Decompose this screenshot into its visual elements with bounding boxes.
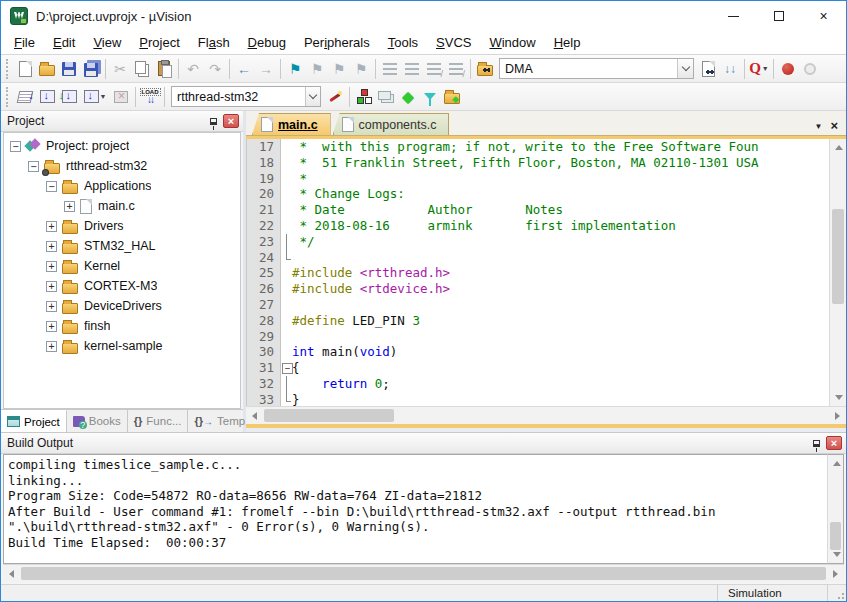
tab-components-c[interactable]: components.c (333, 113, 450, 135)
find-in-files-folder-button[interactable] (474, 58, 496, 80)
build-button[interactable] (36, 86, 58, 108)
scroll-down-arrow-icon[interactable] (828, 546, 845, 563)
close-button[interactable]: × (801, 1, 846, 31)
pin-button[interactable] (205, 114, 221, 129)
tree-item-cortex-m3[interactable]: + CORTEX-M3 (4, 276, 240, 296)
scroll-right-arrow-icon[interactable] (829, 407, 846, 424)
scroll-up-arrow-icon[interactable] (828, 455, 845, 472)
navigate-back-button[interactable]: ← (233, 58, 255, 80)
cut-button[interactable]: ✂ (109, 58, 131, 80)
menu-view[interactable]: View (84, 33, 130, 52)
build-output-log[interactable]: compiling timeslice_sample.c...linking..… (3, 454, 827, 564)
vscroll-thumb[interactable] (832, 209, 844, 304)
scroll-down-arrow-icon[interactable] (830, 389, 847, 406)
find-input[interactable] (500, 62, 677, 76)
menu-tools[interactable]: Tools (379, 33, 427, 52)
redo-button[interactable]: ↷ (204, 58, 226, 80)
tab-books[interactable]: Books (67, 410, 128, 432)
tree-item-project-root[interactable]: − Project: project (4, 136, 240, 156)
toolbar-grip[interactable] (6, 87, 11, 107)
target-options-button[interactable] (324, 86, 346, 108)
rebuild-button[interactable] (58, 86, 80, 108)
pack-installer-button[interactable] (441, 86, 463, 108)
quick-search-button[interactable]: Q▼ (748, 58, 770, 80)
copy-button[interactable] (131, 58, 153, 80)
minimize-button[interactable] (711, 1, 756, 31)
clear-bookmarks-button[interactable]: ⚑ (350, 58, 372, 80)
tree-item-kernel[interactable]: + Kernel (4, 256, 240, 276)
pin-button[interactable] (808, 436, 824, 451)
save-button[interactable] (58, 58, 80, 80)
tree-item-rtthread-stm32[interactable]: − rtthread-stm32 (4, 156, 240, 176)
target-select-input[interactable] (172, 90, 305, 104)
save-all-button[interactable] (80, 58, 102, 80)
next-bookmark-button[interactable]: ⚑ (328, 58, 350, 80)
indent-button[interactable] (379, 58, 401, 80)
resize-grip[interactable] (828, 585, 846, 601)
collapse-box-icon[interactable]: − (46, 181, 57, 192)
tab-project[interactable]: Project (1, 410, 67, 432)
expand-box-icon[interactable]: + (64, 201, 75, 212)
collapse-box-icon[interactable]: − (10, 141, 21, 152)
menu-window[interactable]: Window (480, 33, 544, 52)
uncomment-button[interactable] (445, 58, 467, 80)
comment-button[interactable] (423, 58, 445, 80)
menu-flash[interactable]: Flash (189, 33, 239, 52)
expand-box-icon[interactable]: + (46, 321, 57, 332)
project-panel-close-button[interactable]: × (223, 114, 239, 128)
project-tree[interactable]: − Project: project − rtthread-stm32 − Ap… (3, 132, 241, 409)
build-output-close-button[interactable]: × (826, 436, 842, 450)
build-vscrollbar[interactable] (827, 454, 844, 564)
insert-bookmark-button[interactable]: ⚑ (284, 58, 306, 80)
menu-svcs[interactable]: SVCS (427, 33, 480, 52)
previous-bookmark-button[interactable]: ⚑ (306, 58, 328, 80)
new-file-button[interactable] (14, 58, 36, 80)
open-file-button[interactable] (36, 58, 58, 80)
find-dropdown-button[interactable] (677, 59, 693, 78)
menu-project[interactable]: Project (130, 33, 188, 52)
expand-box-icon[interactable]: + (46, 241, 57, 252)
menu-help[interactable]: Help (545, 33, 590, 52)
expand-box-icon[interactable]: + (46, 301, 57, 312)
tree-item-main-c[interactable]: + main.c (4, 196, 240, 216)
tree-item-devicedrivers[interactable]: + DeviceDrivers (4, 296, 240, 316)
batch-build-button[interactable]: ▼ (80, 86, 110, 108)
insert-rte-button[interactable]: ◆ (397, 86, 419, 108)
tree-item-drivers[interactable]: + Drivers (4, 216, 240, 236)
editor-hscrollbar[interactable] (246, 406, 846, 424)
menu-debug[interactable]: Debug (239, 33, 295, 52)
stop-build-button[interactable] (110, 86, 132, 108)
tree-item-finsh[interactable]: + finsh (4, 316, 240, 336)
close-document-button[interactable]: × (830, 121, 838, 131)
collapse-box-icon[interactable]: − (28, 161, 39, 172)
toolbar-grip[interactable] (6, 59, 11, 79)
tree-item-applications[interactable]: − Applications (4, 176, 240, 196)
target-dropdown-button[interactable] (305, 87, 320, 106)
expand-box-icon[interactable]: + (46, 341, 57, 352)
navigate-forward-button[interactable]: → (255, 58, 277, 80)
download-button[interactable]: LOAD ↓↓ (139, 86, 161, 108)
paste-button[interactable] (153, 58, 175, 80)
expand-box-icon[interactable]: + (46, 261, 57, 272)
disable-breakpoint-button[interactable] (799, 58, 821, 80)
expand-box-icon[interactable]: + (46, 281, 57, 292)
scroll-left-arrow-icon[interactable] (3, 565, 20, 582)
incremental-find-button[interactable]: ↓↓ (719, 58, 741, 80)
scroll-up-arrow-icon[interactable] (830, 139, 847, 156)
tab-functions[interactable]: {} Func... (128, 410, 189, 432)
scroll-right-arrow-icon[interactable] (827, 565, 844, 582)
editor-vscrollbar[interactable] (829, 139, 846, 406)
find-in-files-button[interactable] (697, 58, 719, 80)
tab-main-c[interactable]: main.c (252, 113, 331, 135)
toggle-breakpoint-button[interactable] (777, 58, 799, 80)
unindent-button[interactable] (401, 58, 423, 80)
menu-edit[interactable]: Edit (44, 33, 84, 52)
tree-item-stm32-hal[interactable]: + STM32_HAL (4, 236, 240, 256)
hscroll-thumb[interactable] (264, 409, 394, 422)
hscroll-thumb[interactable] (21, 567, 826, 580)
fold-collapse-icon[interactable] (281, 360, 292, 376)
translate-button[interactable] (14, 86, 36, 108)
expand-box-icon[interactable]: + (46, 221, 57, 232)
filter-button[interactable] (419, 86, 441, 108)
menu-peripherals[interactable]: Peripherals (295, 33, 379, 52)
